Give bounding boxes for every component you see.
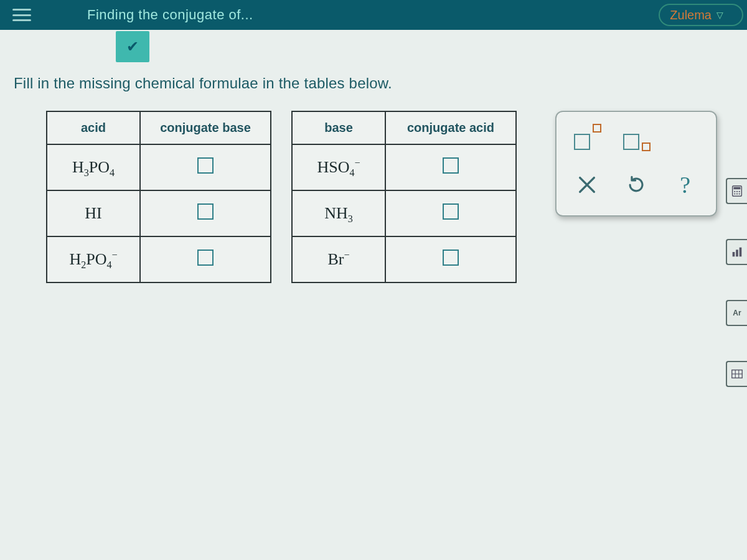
clear-button[interactable]	[568, 170, 606, 200]
table-row: HI	[47, 190, 271, 236]
subscript-icon	[622, 125, 651, 150]
base-table: base conjugate acid HSO4− NH3 Br−	[291, 111, 517, 283]
superscript-button[interactable]	[568, 123, 606, 152]
chevron-down-icon: ✔	[126, 38, 139, 55]
menu-icon[interactable]	[12, 9, 31, 21]
periodic-table-icon	[730, 367, 744, 381]
acid-formula: H3PO4	[72, 158, 115, 176]
answer-input[interactable]	[443, 157, 459, 174]
tables-row: acid conjugate base H3PO4 HI H2PO4− base…	[7, 111, 740, 283]
reset-icon	[626, 174, 647, 195]
table-row: H2PO4−	[47, 236, 271, 282]
col-header-base: base	[292, 111, 385, 144]
table-row: HSO4−	[292, 144, 516, 190]
answer-input[interactable]	[197, 203, 214, 220]
acid-formula: H2PO4−	[69, 250, 117, 268]
acid-table: acid conjugate base H3PO4 HI H2PO4−	[46, 111, 271, 283]
superscript-icon	[573, 125, 601, 150]
chevron-down-icon: ▽	[716, 10, 723, 20]
svg-point-2	[734, 191, 735, 192]
col-header-acid: acid	[47, 111, 140, 144]
close-icon	[576, 174, 598, 195]
svg-point-5	[734, 193, 735, 194]
table-row: H3PO4	[47, 144, 271, 190]
table-row: NH3	[292, 190, 516, 236]
acid-formula: HI	[85, 204, 101, 222]
bar-chart-button[interactable]	[726, 239, 747, 265]
help-icon: ?	[680, 171, 690, 198]
top-bar: Finding the conjugate of... Zulema ▽	[0, 0, 747, 30]
help-button[interactable]: ?	[667, 170, 704, 200]
base-formula: HSO4−	[317, 158, 360, 176]
svg-point-4	[739, 191, 740, 192]
svg-point-3	[736, 191, 738, 192]
base-formula: NH3	[324, 204, 353, 222]
col-header-conjugate-base: conjugate base	[140, 111, 271, 144]
formula-tool-palette: ?	[555, 111, 717, 217]
svg-point-6	[736, 193, 738, 194]
svg-rect-1	[734, 187, 741, 190]
calculator-icon	[730, 184, 744, 198]
svg-point-7	[739, 193, 740, 194]
answer-input[interactable]	[197, 157, 214, 174]
subscript-button[interactable]	[618, 123, 655, 152]
argon-icon: Ar	[733, 309, 741, 317]
answer-input[interactable]	[197, 250, 214, 266]
user-name: Zulema	[670, 8, 712, 22]
col-header-conjugate-acid: conjugate acid	[385, 111, 516, 144]
instruction-text: Fill in the missing chemical formulae in…	[14, 75, 740, 92]
page-title: Finding the conjugate of...	[87, 7, 253, 23]
bar-chart-icon	[730, 245, 744, 259]
table-row: Br−	[292, 236, 516, 282]
base-formula: Br−	[327, 250, 349, 268]
side-tool-strip: Ar	[726, 178, 747, 387]
content-area: Fill in the missing chemical formulae in…	[0, 63, 747, 560]
answer-input[interactable]	[443, 203, 459, 220]
svg-rect-8	[733, 252, 735, 256]
periodic-table-button[interactable]	[726, 361, 747, 387]
answer-input[interactable]	[443, 250, 459, 266]
element-button[interactable]: Ar	[726, 300, 747, 326]
expand-button[interactable]: ✔	[116, 31, 149, 62]
calculator-button[interactable]	[726, 178, 747, 204]
user-menu[interactable]: Zulema ▽	[659, 4, 743, 26]
svg-rect-10	[740, 248, 742, 257]
reset-button[interactable]	[618, 170, 655, 200]
svg-rect-9	[736, 250, 738, 256]
sub-bar: ✔	[0, 30, 747, 63]
